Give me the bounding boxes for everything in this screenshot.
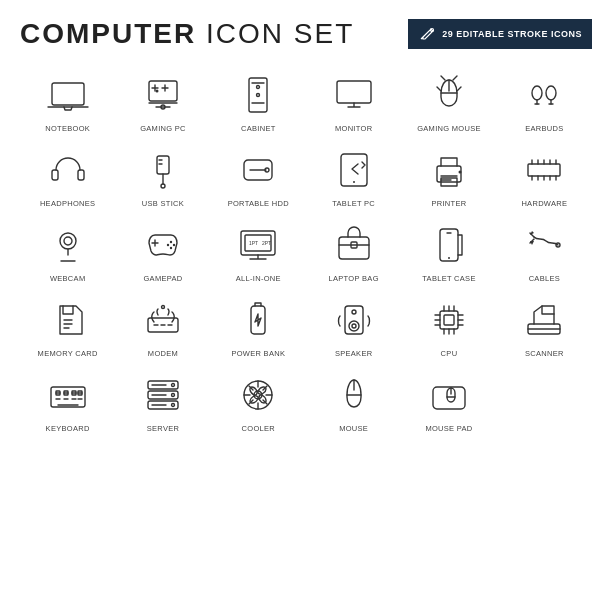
svg-rect-59 bbox=[433, 387, 465, 409]
svg-rect-8 bbox=[337, 81, 371, 103]
portable-hdd-label: PORTABLE HDD bbox=[228, 199, 289, 208]
gaming-pc-icon bbox=[136, 68, 190, 122]
svg-point-14 bbox=[161, 184, 165, 188]
svg-point-27 bbox=[170, 247, 172, 249]
webcam-icon bbox=[41, 218, 95, 272]
svg-rect-13 bbox=[157, 156, 169, 174]
scanner-label: SCANNER bbox=[525, 349, 564, 358]
svg-rect-2 bbox=[149, 81, 177, 101]
gaming-pc-label: GAMING PC bbox=[140, 124, 186, 133]
svg-point-7 bbox=[257, 94, 260, 97]
mouse-pad-icon bbox=[422, 368, 476, 422]
cabinet-icon bbox=[231, 68, 285, 122]
notebook-icon bbox=[41, 68, 95, 122]
icon-cell-keyboard: KEYBOARD bbox=[20, 364, 115, 435]
earbuds-icon bbox=[517, 68, 571, 122]
mouse-label: MOUSE bbox=[339, 424, 368, 433]
icon-cell-webcam: WEBCAM bbox=[20, 214, 115, 285]
icon-cell-portable-hdd: PORTABLE HDD bbox=[211, 139, 306, 210]
header: COMPUTER ICON SET 29 EDITABLE STROKE ICO… bbox=[20, 18, 592, 50]
headphones-label: HEADPHONES bbox=[40, 199, 96, 208]
cooler-icon bbox=[231, 368, 285, 422]
gaming-mouse-icon bbox=[422, 68, 476, 122]
memory-card-icon bbox=[41, 293, 95, 347]
svg-rect-43 bbox=[440, 311, 458, 329]
icon-cell-tablet-case: TABLET CASE bbox=[401, 214, 496, 285]
svg-point-9 bbox=[532, 86, 542, 100]
monitor-icon bbox=[327, 68, 381, 122]
svg-point-22 bbox=[60, 233, 76, 249]
svg-point-24 bbox=[170, 241, 172, 243]
svg-point-10 bbox=[546, 86, 556, 100]
mouse-icon bbox=[327, 368, 381, 422]
svg-point-16 bbox=[265, 168, 269, 172]
icon-cell-cpu: CPU bbox=[401, 289, 496, 360]
icon-cell-earbuds: EARBUDS bbox=[497, 64, 592, 135]
keyboard-label: KEYBOARD bbox=[46, 424, 90, 433]
svg-text:1PT: 1PT bbox=[249, 240, 258, 246]
icon-cell-usb-stick: USB STICK bbox=[115, 139, 210, 210]
badge: 29 EDITABLE STROKE ICONS bbox=[408, 19, 592, 49]
svg-point-55 bbox=[171, 394, 174, 397]
power-bank-label: POWER BANK bbox=[231, 349, 285, 358]
laptop-bag-icon bbox=[327, 218, 381, 272]
icon-cell-gamepad: GAMEPAD bbox=[115, 214, 210, 285]
page-title: COMPUTER ICON SET bbox=[20, 18, 354, 50]
earbuds-label: EARBUDS bbox=[525, 124, 563, 133]
svg-rect-44 bbox=[444, 315, 454, 325]
tablet-case-label: TABLET CASE bbox=[422, 274, 475, 283]
title-main: COMPUTER bbox=[20, 18, 196, 49]
cpu-icon bbox=[422, 293, 476, 347]
portable-hdd-icon bbox=[231, 143, 285, 197]
svg-point-25 bbox=[173, 244, 175, 246]
title-sub: ICON SET bbox=[196, 18, 354, 49]
svg-point-41 bbox=[352, 324, 356, 328]
svg-rect-1 bbox=[52, 83, 84, 105]
tablet-case-icon bbox=[422, 218, 476, 272]
server-icon bbox=[136, 368, 190, 422]
icon-cell-all-in-one: 1PT 2PT ALL-IN-ONE bbox=[211, 214, 306, 285]
cabinet-label: CABINET bbox=[241, 124, 276, 133]
svg-point-23 bbox=[64, 237, 72, 245]
svg-point-4 bbox=[155, 90, 158, 93]
icon-cell-modem: MODEM bbox=[115, 289, 210, 360]
headphones-icon bbox=[41, 143, 95, 197]
svg-rect-12 bbox=[78, 170, 84, 180]
icon-cell-cooler: COOLER bbox=[211, 364, 306, 435]
usb-stick-label: USB STICK bbox=[142, 199, 184, 208]
icon-cell-cables: CABLES bbox=[497, 214, 592, 285]
icon-cell-tablet-pc: TABLET PC bbox=[306, 139, 401, 210]
pen-icon bbox=[418, 25, 436, 43]
gamepad-label: GAMEPAD bbox=[143, 274, 182, 283]
tablet-pc-icon bbox=[327, 143, 381, 197]
tablet-pc-label: TABLET PC bbox=[332, 199, 375, 208]
laptop-bag-label: LAPTOP BAG bbox=[329, 274, 379, 283]
svg-rect-11 bbox=[52, 170, 58, 180]
server-label: SERVER bbox=[147, 424, 180, 433]
svg-point-40 bbox=[349, 321, 359, 331]
cables-icon bbox=[517, 218, 571, 272]
all-in-one-label: ALL-IN-ONE bbox=[236, 274, 281, 283]
notebook-label: NOTEBOOK bbox=[45, 124, 90, 133]
svg-point-56 bbox=[171, 404, 174, 407]
printer-label: PRINTER bbox=[431, 199, 466, 208]
icon-cell-gaming-mouse: GAMING MOUSE bbox=[401, 64, 496, 135]
icon-cell-cabinet: CABINET bbox=[211, 64, 306, 135]
icon-cell-laptop-bag: LAPTOP BAG bbox=[306, 214, 401, 285]
cooler-label: COOLER bbox=[242, 424, 275, 433]
icon-cell-notebook: NOTEBOOK bbox=[20, 64, 115, 135]
icon-cell-memory-card: MEMORY CARD bbox=[20, 289, 115, 360]
gaming-mouse-label: GAMING MOUSE bbox=[417, 124, 481, 133]
keyboard-icon bbox=[41, 368, 95, 422]
monitor-label: MONITOR bbox=[335, 124, 372, 133]
icon-cell-mouse: MOUSE bbox=[306, 364, 401, 435]
power-bank-icon bbox=[231, 293, 285, 347]
page: COMPUTER ICON SET 29 EDITABLE STROKE ICO… bbox=[0, 0, 612, 612]
webcam-label: WEBCAM bbox=[50, 274, 86, 283]
icon-cell-scanner: SCANNER bbox=[497, 289, 592, 360]
svg-rect-34 bbox=[440, 229, 458, 261]
svg-point-54 bbox=[171, 384, 174, 387]
svg-point-6 bbox=[257, 86, 260, 89]
modem-icon bbox=[136, 293, 190, 347]
icon-cell-monitor: MONITOR bbox=[306, 64, 401, 135]
